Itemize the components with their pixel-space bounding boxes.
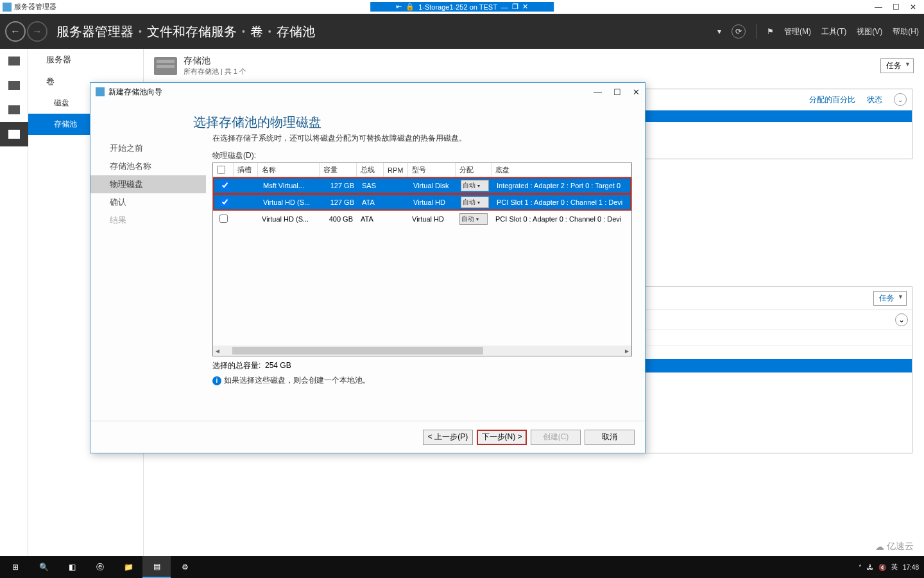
system-tray[interactable]: ˄ 🖧 🔇 英 17:48 [859,563,923,572]
crumb-file-storage[interactable]: 文件和存储服务 [147,23,237,40]
table-row[interactable]: Virtual HD (S... 127 GB ATA Virtual HD 自… [213,194,631,211]
rail-storage[interactable] [0,122,28,146]
table-row[interactable]: Virtual HD (S... 400 GB ATA Virtual HD 自… [213,211,631,227]
cloud-icon: ☁ [875,541,884,552]
icon-rail [0,49,28,556]
volume-icon[interactable]: 🔇 [878,564,886,571]
servers-icon [8,105,20,114]
tray-time[interactable]: 17:48 [903,564,919,571]
col-alloc-pct[interactable]: 分配的百分比 [809,94,855,105]
vm-connection-label: ⇤ 🔒 1-Storage1-252 on TEST — ❐ ✕ [370,2,554,12]
menu-help[interactable]: 帮助(H) [893,26,919,37]
toolbar: ← → 服务器管理器 • 文件和存储服务 • 卷 • 存储池 ▾ ⟳ ⚑ 管理(… [0,14,924,49]
wizard-icon [96,87,105,96]
previous-button[interactable]: < 上一步(P) [423,430,473,445]
allocation-dropdown[interactable]: 自动 [461,197,489,208]
menu-view[interactable]: 视图(V) [857,26,882,37]
server-manager-taskbar[interactable]: ▤ [142,556,171,578]
rail-local[interactable] [0,73,28,98]
vm-restore-icon[interactable]: ❐ [512,3,518,11]
crumb-server-manager[interactable]: 服务器管理器 [56,23,133,40]
breadcrumb: 服务器管理器 • 文件和存储服务 • 卷 • 存储池 [56,23,315,40]
page-title: 存储池 [184,55,246,67]
info-message: i 如果选择这些磁盘，则会创建一个本地池。 [212,375,632,386]
step-physical-disks[interactable]: 物理磁盘 [90,175,206,193]
dialog-titlebar[interactable]: 新建存储池向导 — ☐ ✕ [90,83,645,101]
nav-servers[interactable]: 服务器 [28,49,143,71]
chevron-right-icon: • [139,26,142,37]
flag-icon[interactable]: ⚑ [767,27,774,36]
scroll-right-icon[interactable]: ► [622,347,631,355]
allocation-dropdown[interactable]: 自动 [461,180,489,191]
total-capacity: 选择的总容量: 254 GB [212,360,632,371]
chevron-right-icon: • [242,26,245,37]
dialog-maximize[interactable]: ☐ [613,87,621,97]
watermark: ☁ 亿速云 [875,541,914,552]
table-row[interactable]: Msft Virtual... 127 GB SAS Virtual Disk … [213,177,631,194]
nav-forward[interactable]: → [27,21,47,42]
cancel-button[interactable]: 取消 [585,430,635,445]
select-all-checkbox[interactable] [217,166,225,174]
dialog-close[interactable]: ✕ [633,87,640,97]
allocation-dropdown[interactable]: 自动 [459,213,488,225]
ime-indicator[interactable]: 英 [891,563,898,572]
table-header: 插槽 名称 容量 总线 RPM 型号 分配 底盘 [213,163,631,177]
wizard-description: 在选择存储子系统时，还可以将磁盘分配为可替换故障磁盘的热备用磁盘。 [212,133,632,144]
window-close[interactable]: ✕ [910,3,916,12]
row-checkbox[interactable] [219,215,228,223]
network-icon[interactable]: 🖧 [867,564,873,571]
tasks-dropdown[interactable]: 任务 [880,58,914,73]
app-title: 服务器管理器 [14,2,56,12]
dropdown-icon[interactable]: ▾ [717,27,721,36]
task-view-button[interactable]: ◧ [58,556,86,578]
explorer-icon[interactable]: 📁 [114,556,142,578]
row-checkbox[interactable] [221,198,229,206]
wizard-heading: 选择存储池的物理磁盘 [193,114,321,131]
rail-all[interactable] [0,98,28,122]
crumb-storage-pools[interactable]: 存储池 [277,23,315,40]
page-subtitle: 所有存储池 | 共 1 个 [184,67,246,76]
wizard-steps: 开始之前 存储池名称 物理磁盘 确认 结果 [90,101,206,421]
menu-tools[interactable]: 工具(T) [821,26,846,37]
nav-back[interactable]: ← [5,21,26,42]
next-button[interactable]: 下一步(N) > [477,430,527,445]
row-checkbox[interactable] [221,181,229,189]
info-icon: i [212,376,221,385]
window-minimize[interactable]: — [875,3,882,12]
dashboard-icon [8,57,20,66]
crumb-volumes[interactable]: 卷 [250,23,263,40]
tray-up-icon[interactable]: ˄ [859,564,862,571]
lock-icon: 🔒 [406,3,415,11]
start-button[interactable]: ⊞ [1,556,30,578]
chevron-down-icon[interactable]: ⌄ [894,93,907,106]
window-restore[interactable]: ☐ [893,3,900,12]
scrollbar-thumb[interactable] [232,347,483,355]
step-result: 结果 [90,211,206,229]
step-confirm[interactable]: 确认 [90,193,206,211]
app-icon[interactable]: ⚙ [171,556,199,578]
dialog-title: 新建存储池向导 [108,87,162,98]
vm-close-icon[interactable]: ✕ [522,3,528,11]
storage-pool-icon [154,57,177,75]
rail-dashboard[interactable] [0,49,28,73]
storage-icon [8,130,20,139]
vm-minimize-icon[interactable]: — [501,3,508,11]
ie-icon[interactable]: ⓔ [86,556,114,578]
scroll-left-icon[interactable]: ◄ [213,347,222,355]
menu-manage[interactable]: 管理(M) [784,26,811,37]
dialog-minimize[interactable]: — [594,87,602,97]
step-before[interactable]: 开始之前 [90,139,206,157]
taskbar: ⊞ 🔍 ◧ ⓔ 📁 ▤ ⚙ ˄ 🖧 🔇 英 17:48 [0,556,924,578]
step-name[interactable]: 存储池名称 [90,157,206,175]
disks-label: 物理磁盘(D): [212,150,632,161]
new-storage-pool-wizard: 新建存储池向导 — ☐ ✕ 选择存储池的物理磁盘 开始之前 存储池名称 物理磁盘… [90,82,646,453]
col-status[interactable]: 状态 [867,94,882,105]
physical-disks-table: 插槽 名称 容量 总线 RPM 型号 分配 底盘 Msft Virtual...… [212,162,632,356]
refresh-icon[interactable]: ⟳ [732,24,746,39]
search-button[interactable]: 🔍 [30,556,58,578]
wizard-buttons: < 上一步(P) 下一步(N) > 创建(C) 取消 [90,421,645,453]
tasks-dropdown[interactable]: 任务 [873,291,907,306]
server-icon [8,81,20,90]
horizontal-scrollbar[interactable]: ◄ ► [213,346,631,356]
chevron-down-icon[interactable]: ⌄ [895,313,908,326]
